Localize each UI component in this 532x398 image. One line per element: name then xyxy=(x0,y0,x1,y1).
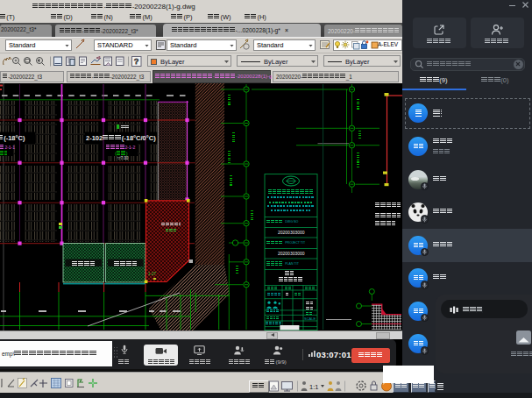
svg-text:?: ? xyxy=(134,57,138,66)
svg-text:1:1: 1:1 xyxy=(309,383,318,391)
